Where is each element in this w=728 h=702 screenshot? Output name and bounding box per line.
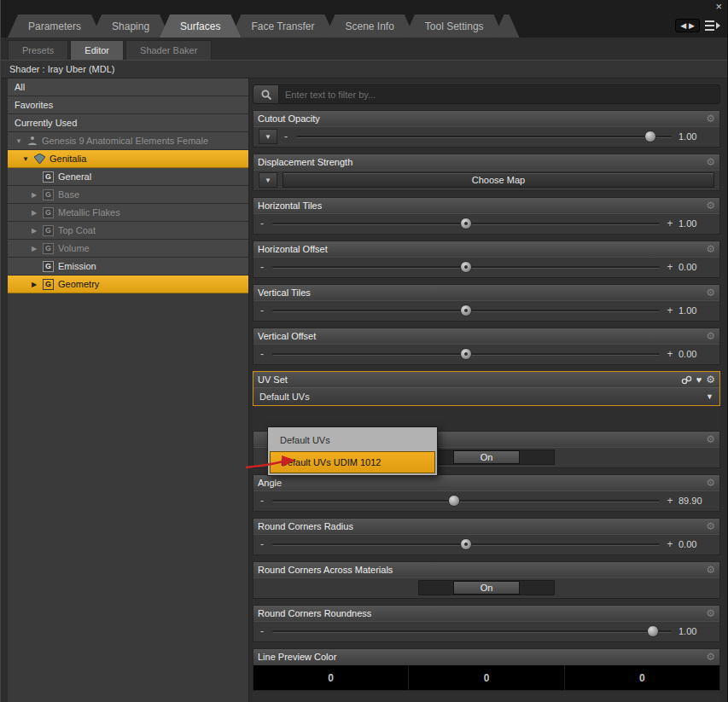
tree-item-all[interactable]: All — [8, 78, 248, 96]
slider-handle[interactable] — [460, 348, 472, 360]
vertical-tiles-value[interactable]: 1.00 — [678, 305, 714, 316]
slider-increment[interactable]: + — [667, 305, 673, 316]
pane-menu-icon[interactable] — [705, 20, 720, 31]
subtab-shader-baker[interactable]: Shader Baker — [125, 40, 212, 60]
horizontal-tiles-value[interactable]: 1.00 — [678, 218, 714, 229]
tree-item-genesis-9-anatomical-elements-female[interactable]: ▼ Genesis 9 Anatomical Elements Female — [8, 132, 248, 150]
tree-item-favorites[interactable]: Favorites — [8, 96, 248, 114]
gear-icon[interactable]: ⚙ — [706, 287, 715, 298]
slider-decrement[interactable]: - — [282, 131, 289, 142]
slider-handle[interactable] — [460, 305, 472, 316]
angle-value[interactable]: 89.90 — [678, 496, 714, 506]
slider-handle[interactable] — [448, 495, 460, 507]
slider-handle[interactable] — [647, 625, 659, 637]
gear-icon[interactable]: ⚙ — [706, 478, 715, 488]
subtab-editor[interactable]: Editor — [70, 40, 124, 60]
gear-icon[interactable]: ⚙ — [706, 652, 715, 662]
slider-decrement[interactable]: - — [259, 218, 265, 229]
slider-increment[interactable]: + — [667, 538, 673, 550]
subtab-presets[interactable]: Presets — [8, 40, 68, 60]
gear-icon[interactable]: ⚙ — [706, 608, 715, 618]
toggle-on-segment[interactable]: On — [453, 581, 520, 595]
slider-handle[interactable] — [460, 218, 472, 229]
cutout-opacity-slider[interactable] — [294, 126, 673, 147]
expander-closed-icon[interactable]: ▶ — [30, 209, 38, 217]
vertical-offset-value[interactable]: 0.00 — [678, 349, 714, 359]
tab-surfaces[interactable]: Surfaces — [160, 15, 241, 38]
gear-icon[interactable]: ⚙ — [706, 521, 715, 531]
round-corners-roundness-slider[interactable] — [271, 621, 673, 641]
slider-decrement[interactable]: - — [259, 348, 265, 360]
gear-icon[interactable]: ⚙ — [706, 113, 715, 124]
color-green-value[interactable]: 0 — [409, 665, 564, 690]
slider-increment[interactable]: + — [667, 495, 673, 507]
horizontal-offset-value[interactable]: 0.00 — [678, 262, 714, 272]
tab-scene-info[interactable]: Scene Info — [324, 15, 414, 38]
slider-decrement[interactable]: - — [259, 495, 265, 507]
map-menu-button[interactable]: ▼ — [259, 172, 277, 188]
on-off-toggle[interactable]: On — [418, 580, 555, 595]
color-red-value[interactable]: 0 — [253, 665, 409, 690]
expander-open-icon[interactable]: ▼ — [15, 137, 23, 145]
tree-item-top-coat[interactable]: ▶ G Top Coat — [8, 222, 248, 240]
tab-parameters[interactable]: Parameters — [8, 15, 102, 38]
uv-set-combobox[interactable]: Default UVs ▼ — [253, 387, 719, 405]
tree-item-geometry[interactable]: ▶ G Geometry — [8, 276, 248, 293]
slider-handle[interactable] — [460, 261, 472, 273]
gear-icon[interactable]: ⚙ — [706, 374, 715, 385]
color-swatch-row[interactable]: 0 0 0 — [253, 664, 719, 690]
tree-item-base[interactable]: ▶ G Base — [8, 186, 248, 204]
vertical-offset-slider[interactable] — [271, 344, 661, 364]
slider-decrement[interactable]: - — [259, 538, 265, 550]
expander-closed-icon[interactable]: ▶ — [30, 191, 38, 199]
gear-icon[interactable]: ⚙ — [706, 200, 715, 211]
round-corners-radius-slider[interactable] — [271, 534, 661, 554]
slider-decrement[interactable]: - — [259, 305, 265, 316]
choose-map-button[interactable]: Choose Map — [282, 172, 714, 188]
horizontal-tiles-slider[interactable] — [271, 213, 661, 234]
close-icon[interactable]: × — [715, 1, 722, 12]
tab-shaping[interactable]: Shaping — [91, 15, 170, 38]
horizontal-offset-slider[interactable] — [271, 257, 661, 277]
gear-icon[interactable]: ⚙ — [706, 244, 715, 254]
uv-option-default-uvs[interactable]: Default UVs — [270, 429, 435, 451]
tree-item-general[interactable]: G General — [8, 168, 248, 186]
uv-option-default-uvs-udim-1012[interactable]: Default UVs UDIM 1012 — [270, 451, 435, 473]
gear-icon[interactable]: ⚙ — [706, 157, 715, 167]
color-blue-value[interactable]: 0 — [565, 665, 719, 690]
tree-item-currently-used[interactable]: Currently Used — [8, 114, 248, 132]
scroll-right-icon[interactable]: ▶ — [689, 21, 695, 30]
gear-icon[interactable]: ⚙ — [706, 331, 715, 341]
cutout-opacity-value[interactable]: 1.00 — [678, 131, 714, 142]
slider-handle[interactable] — [644, 131, 656, 142]
map-menu-button[interactable]: ▼ — [259, 129, 277, 144]
expander-closed-icon[interactable]: ▶ — [30, 245, 38, 252]
slider-increment[interactable]: + — [667, 218, 673, 229]
tree-item-genitalia[interactable]: ▼ Genitalia — [8, 150, 248, 168]
tree-item-emission[interactable]: G Emission — [8, 258, 248, 276]
tree-item-metallic-flakes[interactable]: ▶ G Metallic Flakes — [8, 204, 248, 222]
round-corners-radius-value[interactable]: 0.00 — [678, 539, 714, 549]
tree-item-volume[interactable]: ▶ G Volume — [8, 240, 248, 258]
angle-slider[interactable] — [271, 490, 661, 511]
vertical-tiles-slider[interactable] — [271, 300, 661, 321]
scroll-left-icon[interactable]: ◀ — [680, 21, 686, 30]
expander-open-icon[interactable]: ▼ — [21, 155, 30, 163]
slider-handle[interactable] — [460, 538, 472, 550]
gear-icon[interactable]: ⚙ — [706, 434, 715, 444]
tab-tool-settings[interactable]: Tool Settings — [405, 15, 504, 38]
on-off-toggle[interactable]: On — [418, 450, 555, 465]
expander-closed-icon[interactable]: ▶ — [30, 227, 38, 235]
slider-decrement[interactable]: - — [259, 625, 265, 637]
toggle-on-segment[interactable]: On — [453, 450, 520, 464]
round-corners-roundness-value[interactable]: 1.00 — [678, 626, 714, 636]
link-icon[interactable] — [681, 375, 692, 385]
slider-increment[interactable]: + — [667, 261, 673, 273]
filter-input[interactable] — [279, 85, 719, 103]
slider-increment[interactable]: + — [667, 348, 673, 360]
slider-decrement[interactable]: - — [259, 261, 265, 273]
tab-face-transfer[interactable]: Face Transfer — [230, 15, 335, 38]
gear-icon[interactable]: ⚙ — [706, 565, 715, 575]
expander-closed-icon[interactable]: ▶ — [30, 281, 38, 288]
favorite-heart-icon[interactable]: ♥ — [696, 375, 702, 385]
